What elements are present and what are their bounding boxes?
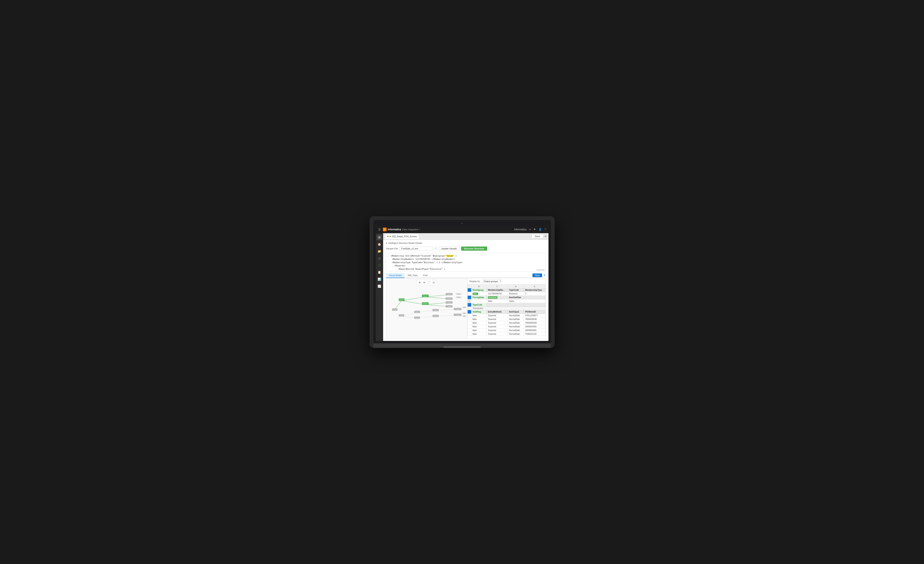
model-area: ⊕ ⊖ ⛶ ⊡ [386,278,546,339]
sidebar-icon-home[interactable]: ⊞ [376,234,382,240]
col-indicator [468,285,471,288]
view-tab-right: Table ✕ [532,273,545,277]
col-empty4 [508,303,524,307]
tab-dot-orange [388,236,390,237]
row-num [468,321,471,325]
tab-find[interactable]: Find [420,273,430,278]
svg-text:POSLogs: POSLogs [393,309,396,310]
menu-icon[interactable]: ☰ [378,228,381,231]
cell-false-t5: false [471,328,487,332]
flag-icon[interactable]: ⚑ [534,228,536,231]
section-label-transaction: Transaction [471,307,545,310]
laptop-screen: ☰ I Informatica Data Integration ▾ Infor… [376,226,549,341]
col-d: D [508,285,524,288]
tab-dot-green [390,236,391,237]
group-indicator [468,310,471,314]
svg-text:RewardPlan: RewardPlan [455,309,459,310]
svg-text:POSItem: POSItem [456,315,459,315]
svg-text:Transact: Transact [400,315,403,316]
group-indicator [468,288,471,292]
zoom-in-button[interactable]: ⊕ [418,280,422,284]
cell-sales: Sales [508,299,524,303]
topbar-right: Informatica ▾ ⚑ 👤 ? [514,228,546,231]
table-row: false Scanned NormalSale 7800000038 [468,321,545,325]
cell-empty-2 [524,299,545,303]
cell-false-t4: false [471,325,487,328]
user-icon[interactable]: 👤 [538,228,542,231]
sample-file-input[interactable] [400,246,432,250]
zoom-out-button[interactable]: ⊖ [422,280,426,284]
xml-line-6: <Amount> 2.72 </Amount> [388,271,543,272]
table-button[interactable]: Table [532,273,542,277]
svg-text:Rewards: Rewards [447,302,451,303]
workspace: ▶ Intelligent Structure Model Details Sa… [383,240,549,341]
sidebar-icon-model[interactable]: ⬡ [376,262,382,268]
svg-text:Membersh: Membersh [447,298,451,299]
svg-text:RwdPl: RwdPl [464,307,465,308]
svg-text:Spacebar: Spacebar [416,318,419,318]
row-num [468,317,471,321]
main-area: ⊞ 🏠 📁 ◎ ⬡ 📋 📊 📈 [376,233,549,341]
save-button[interactable]: Save [532,234,543,238]
group-indicator [468,296,471,299]
col-empty3 [487,303,508,307]
cell-normalsale-t2: NormalSale [508,317,524,321]
svg-text:Quantity: Quantity [416,312,418,312]
table-row: false Scanned NormalSale 2840004381 [468,328,545,332]
tab-isd-retail[interactable]: ISD_Retail_POS_Events [385,233,419,239]
cell-posid-t2: 7800000038 [524,317,545,321]
file-browse-icon[interactable]: 📄 [434,247,437,250]
sample-file-row: Sample File 📄 Update Sample Discover Str… [386,246,546,251]
cell-false-t2: false [471,317,487,321]
cell-scanned-t3: Scanned [487,321,508,325]
sidebar-icon-report[interactable]: 📊 [376,276,382,282]
tab-bar: ISD_Retail_POS_Events Save ✕ [383,233,549,240]
tab-title: ISD_Retail_POS_Events [392,235,417,238]
sidebar-icon-connect[interactable]: ◎ [376,255,382,261]
cell-normalsale-t5: NormalSale [508,328,524,332]
col-itemtaxplan: ItemTaxPlan [508,296,524,299]
sidebar-icon-analytics[interactable]: 📈 [376,284,382,289]
svg-text:Membersh: Membersh [447,294,451,295]
camera-button[interactable]: ⊡ [432,280,436,284]
brand-name: Informatica [388,228,401,231]
display-by-select[interactable]: Output groups Input groups All fields [482,279,502,283]
col-positemid: POSItemID [524,310,545,314]
org-dropdown-icon[interactable]: ▾ [530,228,531,231]
col-entrymethod: EntryMethod1 [487,310,508,314]
table-row: false Scanned NormalSale 7046201232 [468,332,545,336]
visual-canvas[interactable]: ⊕ ⊖ ⛶ ⊡ [386,278,467,339]
cell-normalsale-t4: NormalSale [508,325,524,328]
discover-structure-button[interactable]: Discover Structure [461,246,487,250]
cell-false-t3: false [471,321,487,325]
fit-button[interactable]: ⛶ [427,280,431,284]
row-num [468,314,471,317]
row-num-1: 1 [468,299,471,303]
tab-visual-model[interactable]: Visual Model [386,273,405,278]
tab-xml-data[interactable]: XML Data [405,273,420,278]
sidebar-icon-data[interactable]: 📋 [376,269,382,275]
table-close-button[interactable]: ✕ [543,274,546,277]
table-row: Transaction [468,307,545,310]
table-row: PricingData Inclusive ItemTaxPlan [468,296,545,299]
informatica-logo: I [383,228,387,231]
svg-text:TypeCode: TypeCode [457,294,460,294]
col-newsignup: NewSignup [471,288,487,292]
product-dropdown-icon[interactable]: ▾ [419,228,420,231]
table-row: false 111795599792 Business 2 [468,292,545,296]
sidebar-icon-explore[interactable]: 🏠 [376,242,382,247]
help-icon[interactable]: ? [544,228,546,231]
col-typecode: TypeCode [508,288,524,292]
col-typecode-group: TypeCode [471,303,487,307]
col-b: B [471,285,487,288]
section-header[interactable]: ▶ Intelligent Structure Model Details [386,242,546,244]
update-sample-button[interactable]: Update Sample [439,246,460,251]
xml-line-2: <MembershipNumber> 111795599792 </Member… [388,258,543,261]
sidebar-icon-folder[interactable]: 📁 [376,248,382,254]
data-table: B C D E [468,285,545,339]
table-row: TypeCode [468,303,545,307]
canvas-toolbar: ⊕ ⊖ ⛶ ⊡ [417,280,437,285]
display-by-wrapper: Output groups Input groups All fields [482,279,502,283]
tab-close-button[interactable]: ✕ [544,235,547,238]
cell-scanned-t2: Scanned [487,317,508,321]
